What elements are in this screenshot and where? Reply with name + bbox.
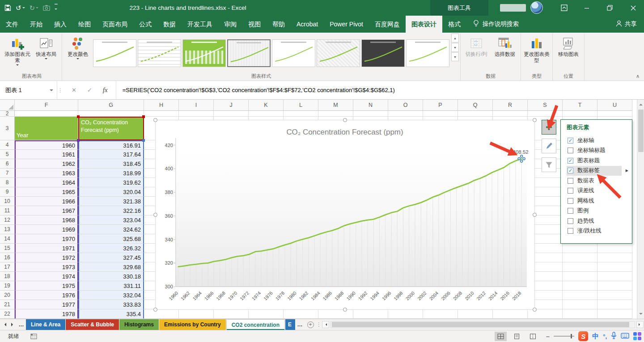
sheet-tab-Emissions by Country[interactable]: Emissions by Country	[159, 319, 226, 330]
scroll-up-icon[interactable]	[637, 100, 644, 108]
cell-F12[interactable]: 1968	[15, 215, 78, 225]
cell-P2[interactable]	[423, 111, 458, 117]
chart-resize-handle[interactable]	[343, 118, 347, 122]
row-header-7[interactable]: 7	[0, 169, 15, 178]
cell-G11[interactable]: 322.16	[78, 206, 144, 215]
checkbox-数据标签[interactable]: ✓	[568, 168, 573, 173]
ribbon-tab-百度网盘[interactable]: 百度网盘	[369, 16, 406, 33]
zoom-out-icon[interactable]: −	[546, 333, 550, 340]
cell-Q22[interactable]	[458, 309, 493, 319]
insert-function-icon[interactable]: fx	[103, 86, 108, 94]
undo-caret-icon[interactable]	[22, 7, 25, 10]
page-layout-view-icon[interactable]	[511, 332, 523, 341]
chart-element-item-坐标轴标题[interactable]: 坐标轴标题	[567, 146, 632, 156]
chart-style-thumbnail-5[interactable]	[272, 39, 315, 67]
chart-filter-funnel-button[interactable]	[542, 157, 556, 172]
row-header-9[interactable]: 9	[0, 187, 15, 197]
cell-U17[interactable]	[597, 262, 632, 272]
ribbon-tab-绘图[interactable]: 绘图	[72, 16, 97, 33]
cell-M22[interactable]	[318, 309, 353, 319]
cell-F15[interactable]: 1971	[15, 244, 78, 253]
chart-style-thumbnail-7[interactable]	[361, 39, 405, 67]
chart-element-item-趋势线[interactable]: 趋势线	[567, 216, 632, 226]
chart-resize-handle[interactable]	[533, 118, 537, 122]
column-header-G[interactable]: G	[78, 100, 144, 111]
ribbon-tab-格式[interactable]: 格式	[442, 16, 466, 33]
row-header-3[interactable]: 3	[0, 117, 15, 140]
cell-Q2[interactable]	[458, 111, 493, 117]
chart-resize-handle[interactable]	[153, 213, 157, 217]
cell-F10[interactable]: 1966	[15, 197, 78, 206]
name-box-caret-icon[interactable]	[50, 89, 53, 93]
sheet-tab-Scatter & Bubble[interactable]: Scatter & Bubble	[66, 319, 119, 330]
normal-view-icon[interactable]	[495, 332, 507, 341]
checkbox-坐标轴[interactable]: ✓	[568, 138, 573, 144]
cell-G3[interactable]: CO₂ ConcentrationForecast (ppm)	[78, 117, 144, 140]
cell-J22[interactable]	[214, 309, 249, 319]
column-header-I[interactable]: I	[179, 100, 214, 111]
select-data-button[interactable]: 选择数据	[491, 34, 519, 72]
sogou-ime-icon[interactable]: S	[578, 331, 588, 341]
column-header-J[interactable]: J	[214, 100, 249, 111]
cell-U18[interactable]	[597, 272, 632, 281]
row-header-10[interactable]: 10	[0, 197, 15, 206]
hscroll-left-icon[interactable]	[322, 321, 329, 328]
cell-O22[interactable]	[388, 309, 423, 319]
row-header-18[interactable]: 18	[0, 272, 15, 281]
chart-style-thumbnail-2[interactable]	[138, 39, 181, 67]
formula-text[interactable]: =SERIES('CO2 concentration'!$G$3,'CO2 co…	[116, 87, 395, 93]
cell-G9[interactable]: 320.04	[78, 187, 144, 197]
checkbox-图表标题[interactable]: ✓	[568, 158, 573, 164]
cell-J2[interactable]	[214, 111, 249, 117]
column-header-L[interactable]: L	[284, 100, 318, 111]
ribbon-tab-开始[interactable]: 开始	[24, 16, 48, 33]
column-header-M[interactable]: M	[318, 100, 353, 111]
submenu-arrow-icon[interactable]: ▶	[626, 169, 628, 173]
cell-U16[interactable]	[597, 253, 632, 262]
ime-keyboard-icon[interactable]	[621, 333, 629, 340]
column-header-S[interactable]: S	[528, 100, 563, 111]
cell-T22[interactable]	[563, 309, 597, 319]
horizontal-scrollbar[interactable]	[330, 321, 635, 328]
cell-F22[interactable]: 1978	[15, 309, 78, 319]
user-avatar[interactable]	[530, 1, 543, 14]
tell-me-box[interactable]: 操作说明搜索	[473, 16, 519, 33]
cell-T19[interactable]	[563, 281, 597, 291]
cell-G8[interactable]: 319.62	[78, 178, 144, 187]
checkbox-误差线[interactable]	[568, 188, 573, 194]
share-button[interactable]: 共享	[616, 16, 637, 33]
row-header-5[interactable]: 5	[0, 150, 15, 159]
vertical-scrollbar[interactable]	[637, 100, 644, 319]
move-chart-button[interactable]: 移动图表	[554, 34, 583, 72]
row-header-12[interactable]: 12	[0, 215, 15, 225]
chart-styles-brush-button[interactable]	[542, 139, 556, 153]
chart-resize-handle[interactable]	[533, 213, 537, 217]
add-chart-element-button[interactable]: 添加图表元素	[3, 34, 32, 72]
cell-G17[interactable]: 329.68	[78, 262, 144, 272]
ime-language-toggle[interactable]: 中	[592, 332, 599, 341]
sheet-nav-right-icon[interactable]	[8, 319, 17, 330]
cell-F9[interactable]: 1965	[15, 187, 78, 197]
gallery-scroll-up-icon[interactable]: ▲	[451, 34, 459, 42]
cell-G4[interactable]: 316.91	[78, 140, 144, 150]
switch-row-column-button[interactable]: 切换行/列	[462, 34, 491, 72]
tab-scroll-splitter[interactable]: ⋮	[316, 319, 322, 330]
cell-F4[interactable]: 1960	[15, 140, 78, 150]
chart-element-item-误差线[interactable]: 误差线	[567, 186, 632, 196]
chart-style-thumbnail-8[interactable]	[406, 39, 449, 67]
cell-F16[interactable]: 1972	[15, 253, 78, 262]
undo-icon[interactable]: ↺	[16, 4, 25, 12]
cell-I22[interactable]	[179, 309, 214, 319]
ribbon-tab-图表设计[interactable]: 图表设计	[406, 16, 442, 33]
range-handle[interactable]	[77, 139, 80, 142]
ribbon-tab-公式[interactable]: 公式	[133, 16, 157, 33]
chart-style-thumbnail-1[interactable]	[93, 39, 136, 67]
change-chart-type-button[interactable]: 更改图表类型	[522, 34, 551, 72]
cell-F11[interactable]: 1967	[15, 206, 78, 215]
chart-element-item-坐标轴[interactable]: ✓坐标轴	[567, 135, 632, 146]
cell-G2[interactable]	[78, 111, 144, 117]
sheet-overflow-left[interactable]: …	[17, 319, 26, 330]
hscroll-right-icon[interactable]	[636, 321, 644, 328]
page-break-view-icon[interactable]	[527, 332, 539, 341]
row-header-6[interactable]: 6	[0, 159, 15, 169]
